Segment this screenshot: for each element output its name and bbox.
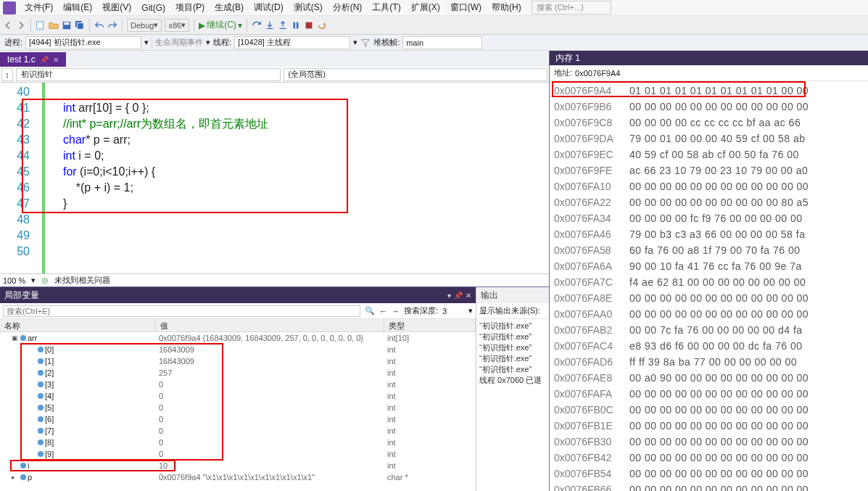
close-icon[interactable]: ✕ — [466, 292, 471, 300]
pin-icon[interactable]: 📌 — [454, 292, 463, 300]
memory-grid[interactable]: 0x0076F9A401 01 01 01 01 01 01 01 01 01 … — [550, 81, 868, 491]
memory-row: 0x0076FB4200 00 00 00 00 00 00 00 00 00 … — [554, 450, 864, 466]
menu-window[interactable]: 窗口(W) — [446, 0, 486, 15]
table-row[interactable]: [4]0int — [0, 390, 476, 402]
issues-text: 未找到相关问题 — [54, 275, 110, 286]
menu-debug[interactable]: 调试(D) — [249, 0, 288, 15]
menu-view[interactable]: 视图(V) — [98, 0, 136, 15]
table-row[interactable]: [6]0int — [0, 413, 476, 425]
platform-dropdown[interactable]: x86 ▾ — [165, 19, 189, 32]
close-icon[interactable]: ✕ — [53, 56, 59, 64]
table-row[interactable]: [8]0int — [0, 437, 476, 448]
table-row[interactable]: [7]0int — [0, 425, 476, 437]
table-row[interactable]: [1]16843009int — [0, 355, 476, 367]
menu-git[interactable]: Git(G) — [137, 1, 170, 15]
restart-icon[interactable] — [317, 20, 327, 30]
table-row[interactable]: [2]257int — [0, 367, 476, 379]
save-icon[interactable] — [62, 20, 72, 30]
menu-build[interactable]: 生成(B) — [210, 0, 248, 15]
menu-help[interactable]: 帮助(H) — [487, 0, 526, 15]
table-row[interactable]: [3]0int — [0, 379, 476, 390]
config-dropdown[interactable]: Debug ▾ — [127, 19, 162, 32]
code-area[interactable]: int arr[10] = { 0 };//int* p=arr;//arr为数… — [49, 83, 549, 273]
col-value[interactable]: 值 — [156, 319, 384, 331]
memory-row: 0x0076F9EC40 59 cf 00 58 ab cf 00 50 fa … — [554, 147, 864, 162]
table-row[interactable]: [9]0int — [0, 448, 476, 460]
undo-icon[interactable] — [94, 20, 104, 30]
navigation-bar: ↕ 初识指针 (全局范围) — [0, 67, 549, 83]
menu-edit[interactable]: 编辑(E) — [59, 0, 96, 15]
memory-row: 0x0076FAB200 00 7c fa 76 00 00 00 00 00 … — [554, 322, 864, 338]
launch-search[interactable]: 搜索 (Ctrl+...) — [532, 1, 611, 15]
process-dropdown[interactable]: [4944] 初识指针.exe — [25, 36, 141, 49]
main-toolbar: Debug ▾ x86 ▾ ▶ 继续(C) ▾ — [0, 16, 868, 35]
pause-icon[interactable] — [291, 20, 301, 30]
lifecycle-label: 生命周期事件 — [155, 37, 203, 48]
menu-extensions[interactable]: 扩展(X) — [407, 0, 445, 15]
redo-icon[interactable] — [107, 20, 117, 30]
step-out-icon[interactable] — [278, 20, 288, 30]
debug-location-toolbar: 进程: [4944] 初识指针.exe ▾ 生命周期事件▾ 线程: [10428… — [0, 35, 868, 51]
back-icon[interactable] — [3, 20, 13, 30]
step-into-icon[interactable] — [265, 20, 275, 30]
change-margin — [40, 83, 49, 273]
table-row[interactable]: ▣ arr0x0076f9a4 {16843009, 16843009, 257… — [0, 332, 476, 344]
locals-search-input[interactable] — [3, 305, 360, 317]
table-row[interactable]: [0]16843009int — [0, 344, 476, 355]
memory-row: 0x0076F9DA79 00 01 00 00 00 40 59 cf 00 … — [554, 131, 864, 147]
svg-rect-6 — [297, 22, 299, 28]
editor-status: 100 %▾ ◎ 未找到相关问题 — [0, 273, 549, 286]
thread-dropdown[interactable]: [10428] 主线程 — [234, 36, 350, 49]
tab-test1c[interactable]: test 1.c 📌 ✕ — [0, 52, 66, 67]
addr-value[interactable]: 0x0076F9A4 — [575, 69, 620, 78]
menu-bar: 文件(F) 编辑(E) 视图(V) Git(G) 项目(P) 生成(B) 调试(… — [0, 0, 868, 16]
menu-file[interactable]: 文件(F) — [20, 0, 57, 15]
project-scope-dropdown[interactable]: 初识指针 — [16, 68, 281, 81]
memory-row: 0x0076FA8E00 00 00 00 00 00 00 00 00 00 … — [554, 290, 864, 306]
nav-icon[interactable]: ↕ — [1, 68, 13, 81]
menu-project[interactable]: 项目(P) — [171, 0, 209, 15]
code-editor[interactable]: 404142 434445 464748 4950 int arr[10] = … — [0, 83, 549, 273]
editor-tabs: test 1.c 📌 ✕ — [0, 51, 549, 67]
output-header: 输出 — [476, 287, 549, 303]
zoom-level[interactable]: 100 % — [3, 276, 25, 285]
new-icon[interactable] — [36, 20, 46, 30]
continue-button[interactable]: ▶ 继续(C) ▾ — [199, 19, 242, 31]
svg-rect-0 — [37, 21, 44, 29]
svg-rect-4 — [78, 22, 84, 29]
locals-rows[interactable]: ▣ arr0x0076f9a4 {16843009, 16843009, 257… — [0, 332, 476, 491]
memory-row: 0x0076FAC4e8 93 d6 f6 00 00 00 00 dc fa … — [554, 338, 864, 354]
svg-rect-2 — [65, 22, 70, 25]
menu-tools[interactable]: 工具(T) — [368, 0, 405, 15]
svg-rect-5 — [293, 22, 295, 28]
memory-row: 0x0076FAE800 a0 90 00 00 00 00 00 00 00 … — [554, 370, 864, 386]
locals-grid-header: 名称 值 类型 — [0, 319, 476, 332]
dropdown-icon[interactable]: ▾ — [447, 292, 451, 300]
open-icon[interactable] — [49, 20, 59, 30]
pin-icon[interactable]: 📌 — [40, 56, 49, 64]
memory-row: 0x0076F9FEac 66 23 10 79 00 23 10 79 00 … — [554, 162, 864, 178]
memory-row: 0x0076FAFA00 00 00 00 00 00 00 00 00 00 … — [554, 386, 864, 402]
menu-test[interactable]: 测试(S) — [289, 0, 327, 15]
save-all-icon[interactable] — [75, 20, 85, 30]
col-type[interactable]: 类型 — [384, 319, 476, 331]
memory-row: 0x0076FA2200 00 00 00 00 00 00 00 00 00 … — [554, 194, 864, 210]
stackframe-dropdown[interactable]: main — [402, 36, 482, 49]
memory-row: 0x0076FB3000 00 00 00 00 00 00 00 00 00 … — [554, 434, 864, 450]
memory-row: 0x0076FB0C00 00 00 00 00 00 00 00 00 00 … — [554, 402, 864, 418]
table-row[interactable]: ▸ p0x0076f9a4 "\x1\x1\x1\x1\x1\x1\x1\x1\… — [0, 471, 476, 483]
filter-icon[interactable] — [360, 38, 371, 48]
function-scope-dropdown[interactable]: (全局范围) — [284, 68, 548, 81]
depth-dropdown[interactable]: 3 — [442, 307, 464, 315]
memory-row: 0x0076FAD6ff ff 39 8a ba 77 00 00 00 00 … — [554, 354, 864, 370]
step-over-icon[interactable] — [252, 20, 262, 30]
menu-analyze[interactable]: 分析(N) — [328, 0, 367, 15]
table-row[interactable]: i10int — [0, 460, 476, 471]
forward-icon[interactable] — [16, 20, 26, 30]
output-body[interactable]: “初识指针.exe”“初识指针.exe”“初识指针.exe”“初识指针.exe”… — [476, 319, 549, 491]
memory-row: 0x0076FA4679 00 b3 c3 a3 66 00 00 00 00 … — [554, 226, 864, 242]
table-row[interactable]: [5]0int — [0, 402, 476, 413]
locals-search-row: 🔍←→ 搜索深度: 3▾ — [0, 303, 476, 319]
col-name[interactable]: 名称 — [0, 319, 156, 331]
stop-icon[interactable] — [304, 20, 314, 30]
